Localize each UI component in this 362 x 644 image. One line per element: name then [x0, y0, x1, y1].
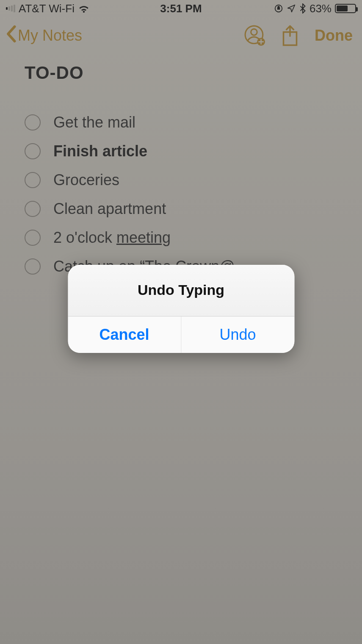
undo-button[interactable]: Undo [181, 316, 294, 353]
cancel-button[interactable]: Cancel [68, 316, 181, 353]
undo-alert: Undo Typing Cancel Undo [68, 265, 294, 353]
alert-title: Undo Typing [68, 265, 294, 316]
alert-buttons: Cancel Undo [68, 316, 294, 353]
